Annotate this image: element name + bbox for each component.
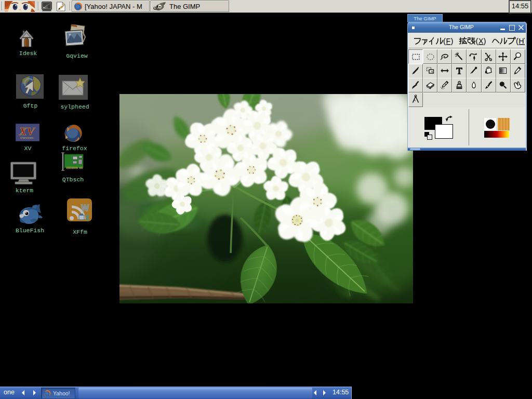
svg-text:(: ( [476,36,478,45]
svg-text:): ) [484,36,486,45]
svg-text:(: ( [443,36,446,45]
svg-text:t: t [86,214,89,222]
svg-text:(: ( [516,36,518,45]
svg-text:): ) [524,36,525,45]
svg-text:X: X [478,37,484,45]
svg-text:W: W [81,204,89,212]
svg-text:shareware: shareware [20,136,34,139]
svg-text:F: F [446,37,451,45]
svg-text:): ) [451,36,454,45]
